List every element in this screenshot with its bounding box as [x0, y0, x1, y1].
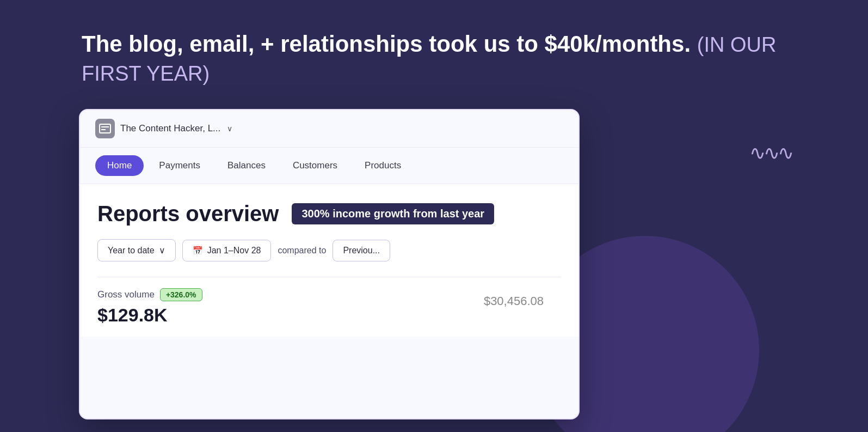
compared-period-label: Previou... — [343, 246, 380, 255]
date-range-label: Jan 1–Nov 28 — [207, 246, 261, 255]
company-name: The Content Hacker, L... — [120, 123, 220, 134]
squiggle-decoration: ∿∿∿ — [749, 142, 792, 165]
reports-title: Reports overview — [97, 202, 279, 226]
dashboard-content: Reports overview 300% income growth from… — [80, 184, 578, 337]
company-icon — [95, 119, 115, 138]
nav-tab-home[interactable]: Home — [95, 155, 144, 176]
gross-volume-label: Gross volume +326.0% — [97, 288, 202, 301]
headline-bold: The blog, email, + relationships took us… — [82, 30, 814, 87]
growth-tag: +326.0% — [160, 288, 202, 301]
reports-header: Reports overview 300% income growth from… — [97, 202, 561, 226]
nav-tab-balances[interactable]: Balances — [216, 155, 278, 176]
headline-area: The blog, email, + relationships took us… — [82, 30, 814, 87]
calendar-icon: 📅 — [193, 246, 203, 255]
dashboard-card: The Content Hacker, L... ∨ Home Payments… — [79, 109, 580, 419]
growth-badge: 300% income growth from last year — [292, 203, 494, 224]
dashboard-content-inner: Reports overview 300% income growth from… — [97, 202, 561, 326]
period-label: Year to date — [108, 246, 155, 255]
secondary-metric-value: $30,456.08 — [484, 294, 544, 308]
filters-row: Year to date ∨ 📅 Jan 1–Nov 28 compared t… — [97, 239, 561, 261]
compared-period-button[interactable]: Previou... — [333, 240, 390, 261]
company-icon-inner — [99, 124, 111, 133]
nav-tab-customers[interactable]: Customers — [281, 155, 349, 176]
chevron-down-icon[interactable]: ∨ — [227, 124, 232, 133]
nav-tab-payments[interactable]: Payments — [147, 155, 212, 176]
gross-volume-value: $129.8K — [97, 305, 202, 326]
nav-tab-products[interactable]: Products — [353, 155, 413, 176]
gross-volume-metric: Gross volume +326.0% $129.8K — [97, 288, 202, 326]
period-chevron-icon: ∨ — [159, 245, 165, 255]
period-filter-button[interactable]: Year to date ∨ — [97, 239, 176, 261]
dashboard-topbar: The Content Hacker, L... ∨ — [80, 110, 578, 148]
divider — [97, 277, 561, 277]
dashboard-nav: Home Payments Balances Customers Product… — [80, 148, 578, 184]
compared-to-text: compared to — [278, 246, 326, 255]
date-range-button[interactable]: 📅 Jan 1–Nov 28 — [182, 240, 272, 261]
